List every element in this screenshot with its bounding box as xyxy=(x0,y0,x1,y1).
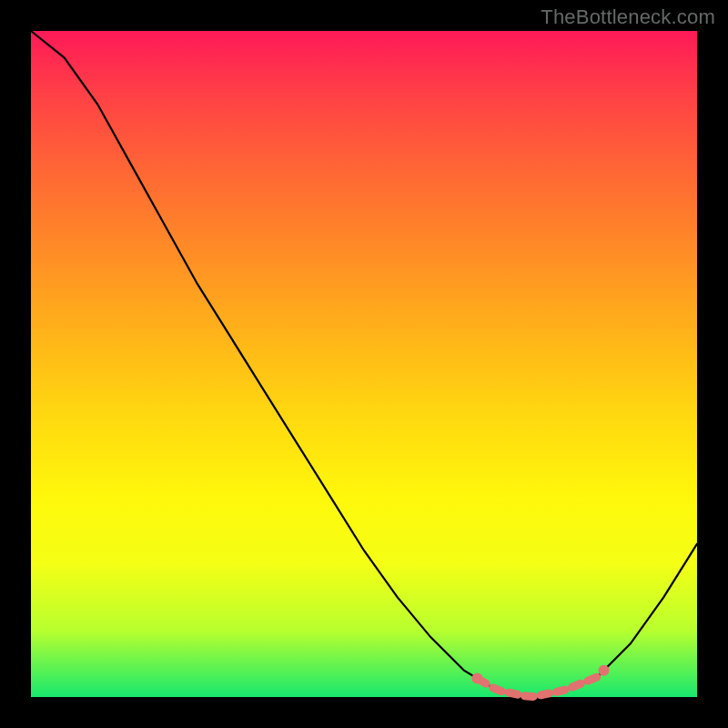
valley-dash xyxy=(509,693,518,694)
optimal-markers xyxy=(471,665,609,697)
valley-dash xyxy=(525,696,534,697)
valley-end-marker xyxy=(599,665,610,676)
valley-dash xyxy=(477,679,486,684)
chart-svg xyxy=(0,0,728,728)
valley-dash xyxy=(556,690,565,692)
valley-dash xyxy=(572,683,581,687)
valley-dash xyxy=(541,693,550,695)
valley-dash xyxy=(493,688,502,692)
watermark-text: TheBottleneck.com xyxy=(541,5,715,29)
chart-frame: TheBottleneck.com xyxy=(0,0,728,728)
valley-dash xyxy=(588,677,597,681)
bottleneck-curve xyxy=(31,31,697,697)
